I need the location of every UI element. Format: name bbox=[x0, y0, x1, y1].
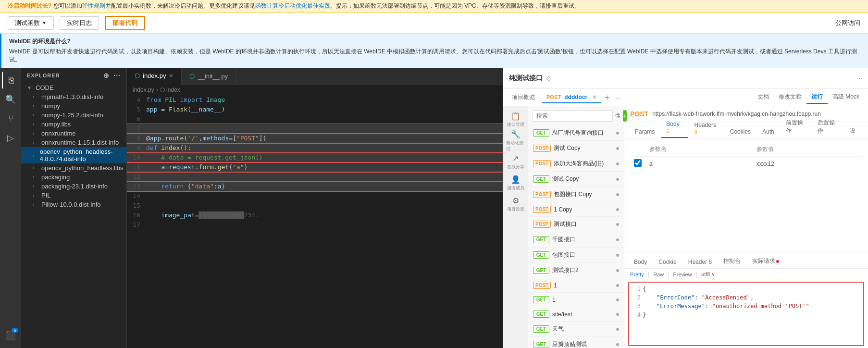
sidebar-item[interactable]: ›packaging bbox=[21, 173, 126, 182]
breadcrumb-symbol: ⬡ index bbox=[160, 87, 180, 93]
list-item[interactable]: POST1 Copy bbox=[528, 202, 624, 217]
elastic-link[interactable]: 弹性规则 bbox=[82, 2, 105, 9]
sidebar-item[interactable]: ›numpy-1.25.2.dist-info bbox=[21, 111, 126, 120]
list-item[interactable]: GET测试接口2 bbox=[528, 263, 624, 278]
list-item[interactable]: GET测试 Copy bbox=[528, 172, 624, 187]
info-title: WebIDE 的环境是什么? bbox=[9, 37, 860, 46]
sidebar-root-code[interactable]: ▼ CODE bbox=[21, 83, 126, 92]
code-line-14: 14 bbox=[127, 191, 503, 201]
response-tab-header[interactable]: Header 6 bbox=[684, 256, 716, 268]
api-item-dot bbox=[616, 178, 619, 181]
api-item-dot bbox=[616, 298, 619, 301]
members-nav[interactable]: 👤 邀请成员 bbox=[506, 174, 525, 193]
public-access-label: 公网访问 bbox=[835, 19, 860, 27]
file-explorer-sidebar: EXPLORER ⊕ ··· ▼ CODE ›mpmath-1.3.0.dist… bbox=[21, 68, 127, 348]
sidebar-item[interactable]: ›packaging-23.1.dist-info bbox=[21, 182, 126, 191]
search-icon[interactable]: 🔍 bbox=[2, 91, 19, 108]
explorer-title: EXPLORER bbox=[27, 73, 60, 78]
list-item[interactable]: GET1 bbox=[528, 293, 624, 307]
sidebar-item-label: packaging-23.1.dist-info bbox=[41, 183, 108, 190]
extensions-icon[interactable]: ⬛ 6 bbox=[2, 327, 19, 344]
subtab-params[interactable]: Params bbox=[630, 125, 659, 138]
response-tab-console[interactable]: 控制台 bbox=[719, 254, 744, 268]
sidebar-item[interactable]: ›numpy.libs bbox=[21, 120, 126, 129]
list-item[interactable]: POST1 bbox=[528, 278, 624, 293]
tab-advanced-mock[interactable]: 高级 Mock bbox=[828, 91, 864, 104]
realtime-log-button[interactable]: 实时日志 bbox=[60, 16, 99, 30]
resp-opt-pretty[interactable]: Pretty bbox=[630, 272, 644, 277]
tab-post-ddddocr-close[interactable]: ✕ bbox=[592, 94, 596, 100]
tab-index-py[interactable]: ⬡ index.py ✕ bbox=[127, 68, 182, 85]
tab-index-py-icon: ⬡ bbox=[135, 72, 140, 79]
editor-content[interactable]: 4 from PIL import Image 5 app = Flask(__… bbox=[127, 95, 503, 348]
resp-opt-raw[interactable]: Raw bbox=[653, 272, 664, 277]
list-item[interactable]: GET豆瓣顶贴测试 bbox=[528, 337, 624, 348]
subtab-headers[interactable]: Headers 3 bbox=[690, 119, 723, 138]
new-file-icon[interactable]: ⊕ bbox=[103, 72, 110, 79]
api-item-name: 豆瓣顶贴测试 bbox=[552, 340, 613, 348]
list-item[interactable]: GET天气 bbox=[528, 322, 624, 337]
sidebar-item[interactable]: ›mpmath-1.3.0.dist-info bbox=[21, 92, 126, 101]
api-panel-more-icon[interactable]: ··· bbox=[857, 75, 862, 82]
sidebar-item[interactable]: ›opencv_python_headless-4.8.0.74.dist-in… bbox=[21, 147, 126, 163]
info-box: WebIDE 的环境是什么? WebIDE 是可以帮助开发者快速进行代码测试，以… bbox=[0, 34, 868, 68]
run-debug-icon[interactable]: ▷ bbox=[2, 129, 19, 147]
test-function-button[interactable]: 测试函数 ▼ bbox=[8, 16, 54, 30]
tab-project-overview[interactable]: 项目概览 bbox=[507, 91, 540, 103]
list-item[interactable]: POST添加大淘客商品(旧) bbox=[528, 156, 624, 172]
optimize-link[interactable]: 函数计算冷启动优化最佳实践 bbox=[255, 2, 330, 9]
api-management-nav[interactable]: 📋 接口管理 bbox=[506, 110, 525, 129]
api-panel-arrow: ◇ bbox=[546, 75, 551, 82]
method-badge: GET bbox=[533, 311, 549, 318]
response-tab-body[interactable]: Body bbox=[630, 256, 651, 268]
item-arrow-icon: › bbox=[33, 140, 38, 145]
api-list-sidebar: ⚗ + GETAI厂牌代号查询接口POST测试 CopyPOST添加大淘客商品(… bbox=[528, 106, 624, 348]
response-line-2: 2 "ErrorCode": "AccessDenied", bbox=[631, 293, 861, 302]
deploy-code-button[interactable]: 部署代码 bbox=[105, 16, 145, 30]
list-item[interactable]: GET包图接口 bbox=[528, 248, 624, 263]
tab-init-py[interactable]: ⬡ __init__.py bbox=[182, 68, 236, 85]
add-tab-button[interactable]: + bbox=[603, 93, 611, 102]
tab-run[interactable]: 运行 bbox=[806, 91, 828, 104]
api-search-input[interactable] bbox=[532, 110, 613, 122]
subtab-pre-ops[interactable]: 前置操作 bbox=[781, 116, 811, 138]
list-item[interactable]: GETAI厂牌代号查询接口 bbox=[528, 125, 624, 141]
subtab-auth[interactable]: Auth bbox=[757, 125, 779, 138]
tab-more-button[interactable]: ··· bbox=[613, 94, 623, 101]
tab-edit-doc[interactable]: 修改文档 bbox=[774, 91, 806, 104]
sidebar-item[interactable]: ›opencv_python_headless.libs bbox=[21, 163, 126, 173]
editor-breadcrumb: index.py › ⬡ index bbox=[127, 85, 503, 95]
more-actions-icon[interactable]: ··· bbox=[113, 72, 121, 79]
tab-index-py-close[interactable]: ✕ bbox=[169, 73, 174, 79]
source-control-icon[interactable]: ⑂ bbox=[2, 110, 19, 127]
response-tab-actual[interactable]: 实际请求 bbox=[748, 254, 783, 268]
subtab-body[interactable]: Body 1 bbox=[661, 118, 687, 138]
sidebar-item[interactable]: ›onnxruntime-1.15.1.dist-info bbox=[21, 138, 126, 147]
list-item[interactable]: POST包图接口 Copy bbox=[528, 187, 624, 202]
project-settings-nav[interactable]: ⚙ 项目设置 bbox=[506, 195, 525, 214]
api-response-content: 1 { 2 "ErrorCode": "AccessDenied", 3 "Er… bbox=[628, 282, 864, 346]
subtab-settings[interactable]: 设 bbox=[845, 124, 860, 138]
response-tab-cookie[interactable]: Cookie bbox=[655, 256, 680, 268]
api-management-icon: 📋 bbox=[511, 112, 521, 121]
param-checkbox-a[interactable] bbox=[634, 159, 642, 167]
list-item[interactable]: POST测试 Copy bbox=[528, 141, 624, 156]
list-item[interactable]: GET千圆接口 bbox=[528, 232, 624, 248]
auto-test-nav[interactable]: 🔧 自动化测试 bbox=[506, 131, 525, 150]
subtab-post-ops[interactable]: 后置操作 bbox=[813, 116, 843, 138]
tab-doc[interactable]: 文档 bbox=[753, 91, 774, 104]
method-badge: POST bbox=[533, 221, 551, 228]
tab-post-ddddocr[interactable]: POST ddddocr ✕ bbox=[542, 92, 601, 103]
sidebar-item[interactable]: ›Pillow-10.0.0.dist-info bbox=[21, 200, 126, 209]
share-nav[interactable]: ↗ 在线分享 bbox=[506, 152, 525, 172]
sidebar-item[interactable]: ›onnxruntime bbox=[21, 129, 126, 138]
sidebar-item[interactable]: ›numpy bbox=[21, 101, 126, 111]
sidebar-item[interactable]: ›PIL bbox=[21, 191, 126, 200]
resp-opt-preview[interactable]: Preview bbox=[673, 272, 692, 277]
api-filter-icon[interactable]: ⚗ bbox=[615, 112, 621, 120]
explorer-icon[interactable]: ⎘ bbox=[2, 72, 19, 89]
list-item[interactable]: GETsite/test bbox=[528, 307, 624, 322]
list-item[interactable]: POST测试接口 bbox=[528, 217, 624, 232]
subtab-cookies[interactable]: Cookies bbox=[725, 125, 756, 138]
resp-opt-encoding[interactable]: utf8 ∨ bbox=[701, 271, 715, 277]
